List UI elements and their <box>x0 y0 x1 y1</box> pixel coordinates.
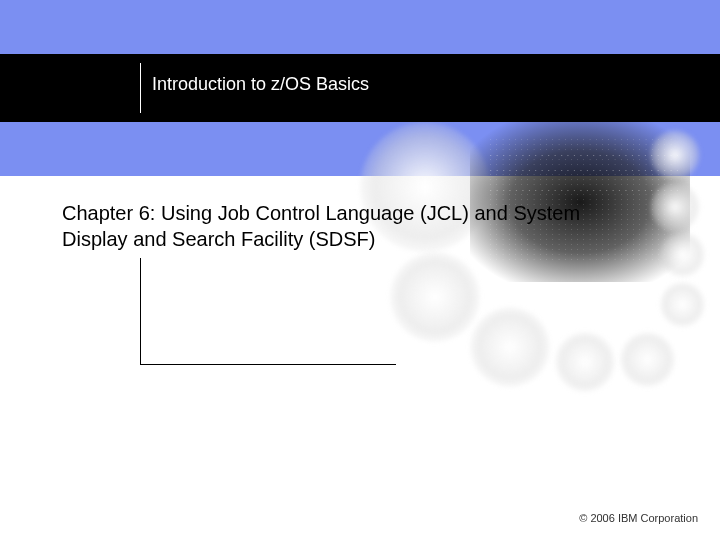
blur-circle-icon <box>555 332 615 392</box>
chapter-title: Chapter 6: Using Job Control Language (J… <box>62 200 622 252</box>
copyright-footer: © 2006 IBM Corporation <box>0 512 720 524</box>
blur-circle-icon <box>650 182 700 232</box>
blur-circle-icon <box>660 282 705 327</box>
vertical-rule <box>140 258 141 364</box>
blur-circle-icon <box>660 232 705 277</box>
course-title: Introduction to z/OS Basics <box>152 74 369 95</box>
blur-circle-icon <box>620 332 675 387</box>
blur-circle-icon <box>470 307 550 387</box>
blur-circle-icon <box>650 130 700 180</box>
decorative-graphic: · · · · · · · · · · · · · · · · · · · · … <box>350 122 720 417</box>
blur-circle-icon <box>390 252 480 342</box>
horizontal-rule <box>140 364 396 365</box>
title-rule <box>140 63 141 113</box>
